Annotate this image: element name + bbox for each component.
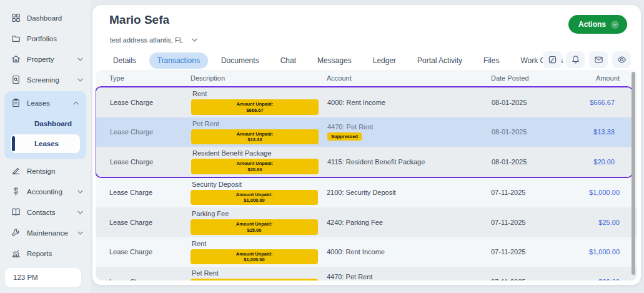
selected-indicator-bar (12, 136, 15, 151)
row-type: Lease Charge (109, 248, 191, 256)
sidebar-item-maintenance[interactable]: Maintenance (0, 222, 91, 243)
portfolios-icon (11, 34, 21, 43)
sidebar-item-rentsign[interactable]: Rentsign (0, 161, 91, 181)
main-card: Mario Sefa test address atlantis, FL Act… (92, 5, 641, 285)
sidebar-nav-bottom: Rentsign Accounting Contacts Maintenance… (0, 161, 91, 264)
row-date-posted: 07-11-2025 (491, 219, 585, 226)
tab-documents[interactable]: Documents (213, 52, 267, 69)
eye-icon (617, 55, 627, 64)
eye-button[interactable] (612, 51, 631, 68)
row-description: Rent Amount Unpaid: $666.67 (191, 87, 327, 117)
sidebar-item-leases[interactable]: Leases (4, 92, 86, 113)
column-header-date-posted: Date Posted (491, 74, 585, 82)
suppressed-badge: Suppressed (327, 132, 362, 141)
column-header-account: Account (327, 74, 491, 82)
leases-icon (11, 98, 21, 107)
amount-unpaid-value: $666.67 (246, 107, 263, 113)
tab-portal-activity[interactable]: Portal Activity (409, 52, 470, 69)
chevron-down-icon[interactable] (192, 38, 197, 42)
row-type: Lease Charge (110, 99, 191, 106)
row-amount: $1,000.00 (585, 248, 620, 256)
column-header-amount: Amount (585, 74, 620, 82)
sidebar-nav-top: Dashboard Portfolios Property Screening (0, 7, 91, 90)
address-text: test address atlantis, FL (110, 36, 183, 44)
amount-unpaid-badge: Amount Unpaid: $20.00 (191, 159, 319, 174)
row-account: 4000: Rent Income Suppressed (327, 99, 492, 106)
property-icon (11, 54, 21, 64)
column-header-type: Type (109, 74, 191, 82)
row-account-label: 4470: Pet Rent (327, 123, 373, 131)
bell-button[interactable] (566, 51, 585, 68)
sidebar-item-screening[interactable]: Screening (0, 69, 91, 90)
tab-bar: Details Transactions Documents Chat Mess… (105, 52, 571, 69)
tab-transactions[interactable]: Transactions (149, 52, 208, 69)
sidebar-item-portfolios[interactable]: Portfolios (0, 28, 91, 49)
row-type: Lease Charge (110, 128, 191, 136)
sidebar-item-dashboard[interactable]: Dashboard (0, 7, 91, 28)
dashboard-icon (11, 13, 21, 22)
amount-unpaid-value: $1,000.00 (244, 257, 264, 262)
row-account-label: 4470: Pet Rent (327, 273, 372, 281)
table-rows: Lease Charge Security Deposit Amount Unp… (96, 178, 637, 281)
mail-icon (594, 55, 603, 64)
sidebar: Dashboard Portfolios Property Screening … (0, 0, 91, 293)
row-type: Lease Charge (109, 219, 191, 226)
sidebar-item-property[interactable]: Property (0, 49, 91, 69)
row-date-posted: 07-11-2025 (491, 189, 585, 196)
sidebar-leases-group: Leases Dashboard Leases (4, 91, 86, 159)
amount-unpaid-value: $20.00 (248, 167, 262, 172)
chevron-down-icon (77, 231, 83, 235)
table-row[interactable]: Lease Charge Rent Amount Unpaid: $1,000.… (96, 237, 637, 267)
row-date-posted: 07-11-2025 (491, 248, 585, 256)
table-row[interactable]: Lease Charge Resident Benefit Package Am… (96, 147, 632, 177)
screening-icon (11, 75, 21, 84)
row-account-label: 2100: Security Deposit (327, 189, 396, 196)
toolbar-icons (543, 51, 631, 68)
table-row[interactable]: Lease Charge Pet Rent Amount Unpaid: $20… (96, 267, 637, 281)
amount-unpaid-value: $25.00 (247, 227, 262, 233)
amount-unpaid-badge: Amount Unpaid: $1,000.00 (191, 249, 318, 265)
sidebar-item-reports[interactable]: Reports (0, 243, 91, 264)
row-description: Pet Rent Amount Unpaid: $13.33 (191, 117, 327, 147)
table-row[interactable]: Lease Charge Pet Rent Amount Unpaid: $13… (96, 117, 632, 147)
tab-ledger[interactable]: Ledger (365, 52, 404, 69)
table-row[interactable]: Lease Charge Parking Fee Amount Unpaid: … (96, 207, 637, 237)
amount-unpaid-badge: Amount Unpaid: $13.33 (191, 129, 319, 145)
mail-button[interactable] (589, 51, 608, 68)
tab-details[interactable]: Details (105, 52, 144, 69)
tab-chat[interactable]: Chat (272, 52, 304, 69)
maintenance-icon (11, 228, 21, 237)
edit-button[interactable] (543, 51, 562, 68)
reports-icon (11, 249, 21, 258)
table-row[interactable]: Lease Charge Security Deposit Amount Unp… (96, 178, 637, 208)
row-account-label: 4000: Rent Income (327, 99, 385, 106)
sidebar-item-accounting[interactable]: Accounting (0, 181, 91, 202)
row-description: Parking Fee Amount Unpaid: $25.00 (191, 207, 327, 237)
accounting-icon (11, 187, 21, 196)
vertical-scrollbar[interactable] (632, 72, 635, 275)
sidebar-item-contacts[interactable]: Contacts (0, 202, 91, 222)
table-row[interactable]: Lease Charge Rent Amount Unpaid: $666.67… (96, 87, 632, 117)
tab-messages[interactable]: Messages (309, 52, 360, 69)
row-description-label: Pet Rent (192, 269, 219, 277)
bell-icon (571, 55, 580, 64)
row-date-posted: 08-01-2025 (492, 99, 585, 106)
column-header-description: Description (191, 74, 327, 82)
chevron-down-icon (611, 21, 619, 29)
amount-unpaid-label: Amount Unpaid: (236, 251, 272, 257)
sidebar-subitem-dashboard[interactable]: Dashboard (11, 114, 80, 133)
amount-unpaid-badge: Amount Unpaid: $25.00 (191, 219, 318, 235)
address-row: test address atlantis, FL (110, 36, 197, 44)
row-account-label: 4115: Resident Benefit Package (327, 158, 425, 166)
tab-files[interactable]: Files (475, 52, 507, 69)
amount-unpaid-label: Amount Unpaid: (237, 161, 273, 166)
row-account: 4470: Pet Rent Suppressed (327, 123, 492, 141)
table-header-row: Type Description Account Date Posted Amo… (96, 70, 637, 86)
sidebar-subitem-leases[interactable]: Leases (11, 134, 80, 153)
contacts-icon (11, 207, 21, 217)
row-type: Lease Charge (109, 189, 191, 196)
actions-button[interactable]: Actions (568, 15, 627, 34)
amount-unpaid-label: Amount Unpaid: (237, 131, 273, 137)
row-amount: $20.00 (585, 278, 620, 281)
page-title: Mario Sefa (109, 13, 169, 27)
